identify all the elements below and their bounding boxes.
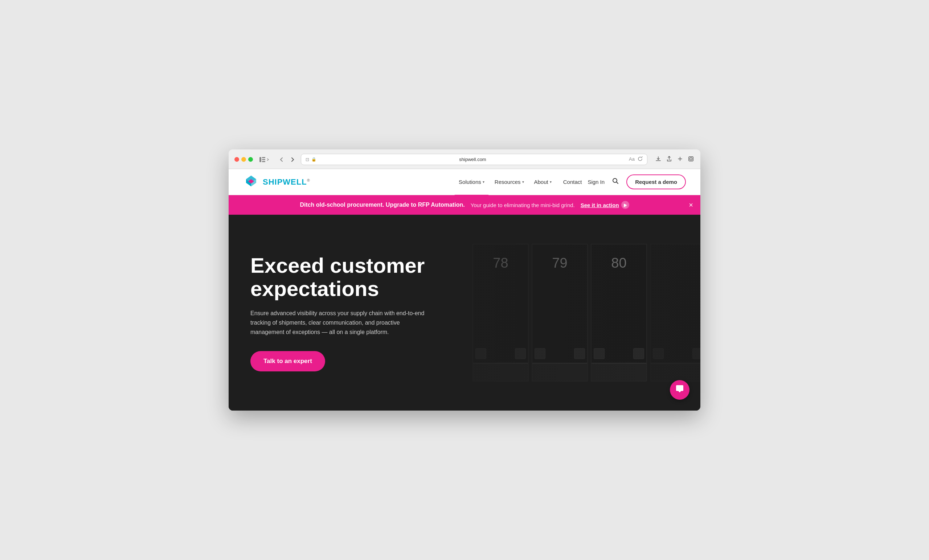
refresh-icon[interactable] <box>638 156 643 162</box>
nav-link-about[interactable]: About ▾ <box>530 176 556 188</box>
nav-actions: Contact Sign In Request a demo <box>563 174 686 189</box>
browser-titlebar: ⊡ 🔒 shipwell.com Aa <box>235 154 694 165</box>
minimize-window-button[interactable] <box>241 157 246 162</box>
nav-link-resources[interactable]: Resources ▾ <box>490 176 528 188</box>
lock-icon: 🔒 <box>311 157 316 162</box>
share-button[interactable] <box>665 155 673 164</box>
maximize-window-button[interactable] <box>248 157 253 162</box>
banner-main-text: Ditch old-school procurement. Upgrade to… <box>300 202 464 208</box>
chat-icon <box>675 384 684 395</box>
page-icon: ⊡ <box>305 157 309 162</box>
browser-window: ⊡ 🔒 shipwell.com Aa <box>228 150 701 410</box>
browser-chrome: ⊡ 🔒 shipwell.com Aa <box>228 150 701 169</box>
hero-content: Exceed customer expectations Ensure adva… <box>228 232 454 393</box>
sidebar-toggle-button[interactable] <box>257 156 272 163</box>
forward-button[interactable] <box>288 156 296 163</box>
chat-bubble-button[interactable] <box>670 380 690 400</box>
request-demo-button[interactable]: Request a demo <box>626 174 686 189</box>
hero-title: Exceed customer expectations <box>250 254 432 300</box>
svg-rect-2 <box>262 159 265 160</box>
browser-nav-controls <box>277 156 296 163</box>
nav-link-solutions[interactable]: Solutions ▾ <box>454 176 489 188</box>
banner-cta-arrow-icon: ▶ <box>621 201 629 209</box>
announcement-banner: Ditch old-school procurement. Upgrade to… <box>228 195 701 215</box>
banner-close-button[interactable]: × <box>689 201 693 209</box>
resources-chevron-icon: ▾ <box>522 180 524 184</box>
url-text: shipwell.com <box>319 157 627 162</box>
address-bar[interactable]: ⊡ 🔒 shipwell.com Aa <box>301 154 647 165</box>
talk-to-expert-button[interactable]: Talk to an expert <box>250 351 325 372</box>
svg-text:Aa: Aa <box>629 156 635 162</box>
svg-rect-6 <box>690 158 692 160</box>
translate-icon[interactable]: Aa <box>629 156 635 163</box>
nav-signin-link[interactable]: Sign In <box>587 179 605 185</box>
back-button[interactable] <box>277 156 285 163</box>
banner-cta[interactable]: See it in action ▶ <box>581 201 629 209</box>
logo[interactable]: SHIPWELL® <box>243 174 310 190</box>
search-button[interactable] <box>610 176 621 188</box>
traffic-lights <box>235 157 253 162</box>
banner-sub-text: Your guide to eliminating the mini-bid g… <box>471 202 575 208</box>
nav-contact-link[interactable]: Contact <box>563 179 582 185</box>
new-tab-button[interactable] <box>676 155 684 164</box>
svg-rect-5 <box>689 157 693 161</box>
nav-links: Solutions ▾ Resources ▾ About ▾ <box>454 176 556 188</box>
close-window-button[interactable] <box>235 157 239 162</box>
svg-rect-0 <box>259 157 261 162</box>
svg-rect-1 <box>262 157 265 158</box>
main-nav: SHIPWELL® Solutions ▾ Resources ▾ About … <box>228 169 701 195</box>
about-chevron-icon: ▾ <box>550 180 552 184</box>
svg-rect-3 <box>262 161 265 162</box>
hero-section: 78 79 80 <box>228 215 701 410</box>
hero-subtitle: Ensure advanced visibility across your s… <box>250 309 432 337</box>
solutions-chevron-icon: ▾ <box>483 180 484 184</box>
browser-actions <box>655 155 694 164</box>
tabs-button[interactable] <box>687 155 694 164</box>
website-content: SHIPWELL® Solutions ▾ Resources ▾ About … <box>228 169 701 410</box>
logo-text: SHIPWELL® <box>263 177 310 187</box>
download-button[interactable] <box>655 155 662 164</box>
